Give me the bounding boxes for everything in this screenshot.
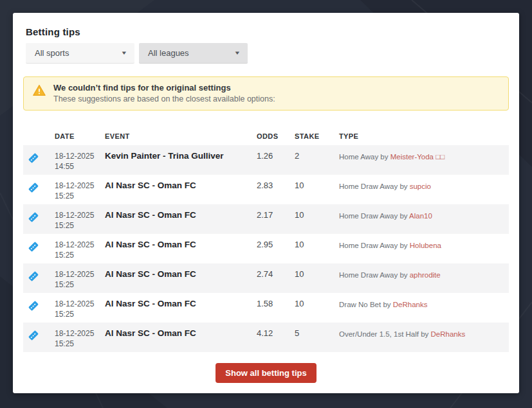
event-datetime: 18-12-2025 15:25 [55,269,105,290]
event-name: Al Nasr SC - Oman FC [105,269,257,279]
event-name: Al Nasr SC - Oman FC [105,328,257,339]
stake-value: 10 [295,181,339,191]
tipster-link[interactable]: Meister-Yoda □□ [390,153,445,161]
chevron-down-icon: ▼ [121,51,128,56]
event-time: 14:55 [55,161,105,172]
ticket-icon-cell [28,299,55,314]
header-icon-spacer [28,132,55,140]
event-time: 15:25 [55,191,105,201]
bet-type: Home Away by Meister-Yoda □□ [339,151,509,162]
stake-value: 10 [295,240,339,250]
header-odds: ODDS [257,132,295,140]
ticket-icon-cell [28,181,55,196]
league-filter-select[interactable]: All leagues ▼ [139,43,248,64]
odds-value: 2.95 [257,240,295,250]
event-datetime: 18-12-2025 15:25 [55,240,105,260]
ticket-icon [28,182,39,193]
header-event: EVENT [105,132,257,140]
table-row: 18-12-2025 14:55 Kevin Painter - Trina G… [23,145,509,175]
bet-type: Over/Under 1.5, 1st Half by DeRhanks [339,328,509,339]
event-time: 15:25 [55,309,105,319]
league-filter-value: All leagues [148,48,189,58]
tipster-link[interactable]: DeRhanks [431,330,466,338]
ticket-icon [28,211,39,223]
odds-value: 4.12 [257,328,295,339]
event-date: 18-12-2025 [55,240,105,250]
header-date: DATE [55,132,105,140]
bet-type-label: Home Draw Away by [339,271,410,279]
table-header-row: DATE EVENT ODDS STAKE TYPE [23,123,509,145]
sport-filter-value: All sports [35,48,69,58]
bet-type-label: Over/Under 1.5, 1st Half by [339,330,431,338]
table-footer: Show all betting tips [23,363,509,383]
event-name: Kevin Painter - Trina Gulliver [105,151,257,161]
bet-type: Home Draw Away by supcio [339,181,509,191]
event-datetime: 18-12-2025 15:25 [55,299,105,319]
event-datetime: 18-12-2025 14:55 [55,151,105,172]
tipster-link[interactable]: DeRhanks [393,301,428,308]
warning-subtitle: These suggestions are based on the close… [53,94,275,105]
bet-type: Home Draw Away by Holubena [339,240,509,251]
tips-table: DATE EVENT ODDS STAKE TYPE 18-12-2025 14… [23,123,509,352]
ticket-icon [28,271,39,282]
ticket-icon [28,330,39,341]
odds-value: 2.83 [257,181,295,191]
odds-value: 2.74 [257,269,295,279]
warning-title: We couldn’t find tips for the original s… [53,82,275,94]
tips-table-body: 18-12-2025 14:55 Kevin Painter - Trina G… [23,145,509,352]
bet-type-label: Home Draw Away by [339,242,410,249]
event-time: 15:25 [55,339,105,349]
table-row: 18-12-2025 15:25 Al Nasr SC - Oman FC 2.… [23,234,509,263]
ticket-icon-cell [28,210,55,226]
event-date: 18-12-2025 [55,328,105,339]
ticket-icon [28,300,39,312]
header-type: TYPE [339,132,509,140]
stake-value: 10 [295,269,339,279]
warning-text: We couldn’t find tips for the original s… [53,82,275,105]
page-title: Betting tips [26,26,509,37]
bet-type-label: Draw No Bet by [339,301,393,308]
ticket-icon [28,241,39,253]
event-datetime: 18-12-2025 15:25 [55,328,105,349]
event-name: Al Nasr SC - Oman FC [105,181,257,191]
bet-type-label: Home Draw Away by [339,212,409,220]
table-row: 18-12-2025 15:25 Al Nasr SC - Oman FC 1.… [23,293,509,323]
show-all-betting-tips-button[interactable]: Show all betting tips [216,363,316,383]
ticket-icon-cell [28,269,55,285]
event-date: 18-12-2025 [55,181,105,191]
ticket-icon-cell [28,240,55,255]
table-row: 18-12-2025 15:25 Al Nasr SC - Oman FC 2.… [23,263,509,293]
event-date: 18-12-2025 [55,299,105,309]
table-row: 18-12-2025 15:25 Al Nasr SC - Oman FC 2.… [23,204,509,234]
event-name: Al Nasr SC - Oman FC [105,240,257,250]
stake-value: 10 [295,299,339,309]
ticket-icon-cell [28,151,55,166]
ticket-icon-cell [28,328,55,344]
event-time: 15:25 [55,250,105,260]
header-stake: STAKE [295,132,339,140]
odds-value: 2.17 [257,210,295,220]
event-datetime: 18-12-2025 15:25 [55,181,105,201]
tipster-link[interactable]: aphrodite [410,271,441,279]
stake-value: 10 [295,210,339,220]
betting-tips-card: Betting tips All sports ▼ All leagues ▼ … [13,13,519,393]
sport-filter-select[interactable]: All sports ▼ [26,43,134,64]
tipster-link[interactable]: Holubena [410,242,441,249]
odds-value: 1.58 [257,299,295,309]
bet-type-label: Home Draw Away by [339,182,410,190]
tipster-link[interactable]: supcio [410,182,431,190]
tipster-link[interactable]: Alan10 [409,212,432,220]
warning-banner: We couldn’t find tips for the original s… [23,76,509,111]
event-time: 15:25 [55,220,105,231]
event-time: 15:25 [55,279,105,290]
event-datetime: 18-12-2025 15:25 [55,210,105,231]
table-row: 18-12-2025 15:25 Al Nasr SC - Oman FC 2.… [23,175,509,204]
bet-type: Home Draw Away by Alan10 [339,210,509,221]
chevron-down-icon: ▼ [234,51,241,56]
bet-type: Draw No Bet by DeRhanks [339,299,509,310]
event-name: Al Nasr SC - Oman FC [105,299,257,309]
filters-bar: All sports ▼ All leagues ▼ [26,43,509,64]
bet-type: Home Draw Away by aphrodite [339,269,509,280]
table-row: 18-12-2025 15:25 Al Nasr SC - Oman FC 4.… [23,323,509,352]
stake-value: 2 [295,151,339,161]
